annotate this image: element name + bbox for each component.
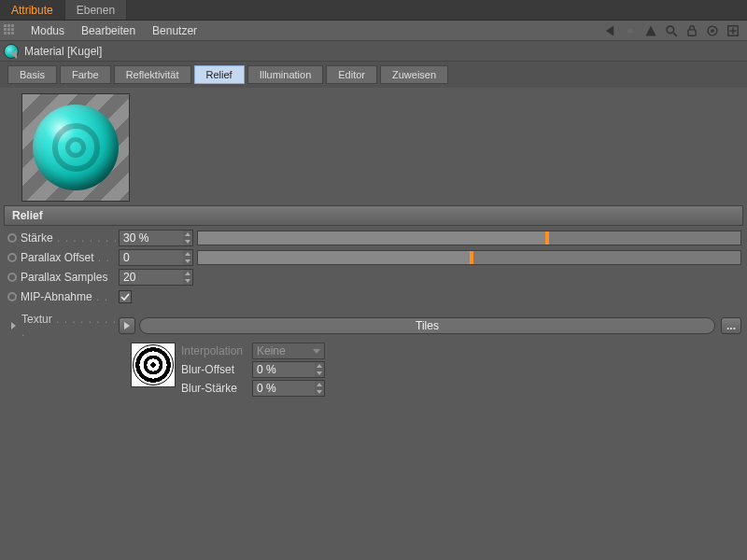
- object-title: Material [Kugel]: [24, 45, 102, 58]
- expand-textur-icon[interactable]: [11, 322, 16, 329]
- spinner-blur-offset[interactable]: [315, 362, 324, 377]
- textur-menu-button[interactable]: [119, 317, 135, 334]
- textur-thumbnail[interactable]: [131, 343, 176, 387]
- label-blur-staerke: Blur-Stärke: [181, 382, 252, 395]
- anim-dot-staerke[interactable]: [7, 233, 17, 243]
- up-arrow-icon[interactable]: [642, 22, 659, 39]
- svg-point-0: [627, 28, 633, 34]
- menu-bearbeiten[interactable]: Bearbeiten: [73, 21, 144, 40]
- svg-point-5: [711, 29, 714, 33]
- input-blur-staerke[interactable]: 0 %: [252, 380, 325, 397]
- search-icon[interactable]: [663, 22, 680, 39]
- textur-browse-button[interactable]: ...: [721, 317, 741, 334]
- tab-attribute[interactable]: Attribute: [0, 0, 65, 20]
- dot-icon[interactable]: [622, 22, 639, 39]
- input-blur-offset[interactable]: 0 %: [252, 361, 325, 378]
- collapse-arrow-icon[interactable]: [11, 49, 17, 59]
- value-staerke[interactable]: 30 %: [120, 231, 183, 245]
- input-staerke[interactable]: 30 %: [119, 230, 193, 246]
- menubar: Modus Bearbeiten Benutzer: [0, 21, 747, 41]
- textur-field[interactable]: Tiles: [139, 317, 715, 334]
- menu-benutzer[interactable]: Benutzer: [144, 21, 205, 40]
- input-parallax-offset[interactable]: 0: [119, 249, 193, 266]
- tab-illumination[interactable]: Illumination: [247, 65, 324, 84]
- tiles-icon: [133, 344, 174, 385]
- object-header: Material [Kugel]: [0, 41, 747, 62]
- preview-sphere-icon: [33, 105, 119, 190]
- anim-dot-mip[interactable]: [7, 292, 17, 301]
- svg-line-2: [673, 33, 677, 36]
- label-parallax-samples: Parallax Samples: [21, 271, 119, 284]
- chevron-down-icon: [313, 349, 320, 354]
- spinner-staerke[interactable]: [183, 231, 192, 245]
- label-staerke: Stärke . . . . . . . . .: [21, 231, 119, 245]
- select-interpolation[interactable]: Keine: [252, 343, 325, 359]
- label-parallax-offset: Parallax Offset . .: [21, 251, 119, 264]
- menu-modus[interactable]: Modus: [22, 21, 73, 40]
- label-blur-offset: Blur-Offset: [181, 363, 252, 376]
- material-preview[interactable]: [21, 93, 130, 202]
- spinner-parallax-samples[interactable]: [183, 270, 192, 285]
- lock-icon[interactable]: [684, 22, 700, 39]
- tab-relief[interactable]: Relief: [194, 65, 245, 84]
- svg-rect-3: [688, 29, 696, 35]
- tab-ebenen[interactable]: Ebenen: [65, 0, 127, 20]
- svg-point-1: [667, 26, 673, 33]
- slider-parallax-offset[interactable]: [197, 250, 741, 265]
- target-icon[interactable]: [704, 22, 721, 39]
- anim-dot-parallax-offset[interactable]: [7, 253, 17, 262]
- input-parallax-samples[interactable]: 20: [119, 269, 193, 286]
- label-textur: Textur . . . . . . . . .: [21, 313, 119, 339]
- tab-editor[interactable]: Editor: [326, 65, 377, 84]
- tab-zuweisen[interactable]: Zuweisen: [380, 65, 448, 84]
- tab-basis[interactable]: Basis: [7, 65, 57, 84]
- slider-staerke[interactable]: [197, 231, 741, 245]
- section-relief: Relief: [4, 205, 743, 226]
- label-interpolation: Interpolation: [181, 344, 252, 357]
- preview-area: [0, 88, 747, 205]
- grip-icon[interactable]: [4, 24, 17, 37]
- spinner-blur-staerke[interactable]: [315, 381, 324, 396]
- label-mip: MIP-Abnahme . .: [21, 290, 119, 303]
- new-panel-icon[interactable]: [725, 22, 741, 39]
- anim-dot-parallax-samples[interactable]: [7, 273, 17, 282]
- tab-farbe[interactable]: Farbe: [60, 65, 111, 84]
- history-prev-icon[interactable]: [601, 22, 618, 39]
- tab-reflektivitaet[interactable]: Reflektivität: [114, 65, 191, 84]
- checkbox-mip[interactable]: [119, 290, 132, 303]
- spinner-parallax-offset[interactable]: [183, 250, 192, 265]
